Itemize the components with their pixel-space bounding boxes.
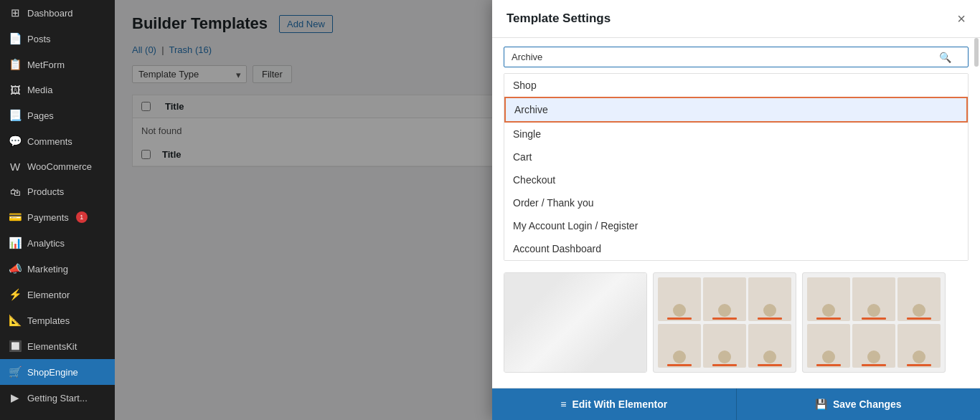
modal-body: 🔍 ShopArchiveSingleCartCheckoutOrder / T… <box>492 38 980 388</box>
modal-dialog: Template Settings × 🔍 ShopArchiveSingleC… <box>492 0 980 420</box>
thumb-placeholder-1 <box>504 273 646 372</box>
edit-label: Edit With Elementor <box>572 398 667 410</box>
save-changes-button[interactable]: 💾 Save Changes <box>736 388 981 420</box>
template-thumb-2[interactable] <box>653 272 796 373</box>
dropdown-item-shop[interactable]: Shop <box>504 74 968 97</box>
template-thumb-1[interactable] <box>504 272 647 373</box>
dropdown-item-checkout[interactable]: Checkout <box>504 168 968 191</box>
template-previews <box>492 261 980 384</box>
template-thumb-3[interactable] <box>802 272 946 373</box>
modal-title: Template Settings <box>507 11 611 26</box>
search-input-wrapper: 🔍 <box>504 47 969 67</box>
thumb-content-2 <box>654 273 796 372</box>
dropdown-search-area: 🔍 <box>492 38 980 67</box>
dropdown-item-cart[interactable]: Cart <box>504 145 968 168</box>
modal-header: Template Settings × <box>492 0 980 38</box>
modal-footer: ≡ Edit With Elementor 💾 Save Changes <box>492 388 980 420</box>
dropdown-item-archive[interactable]: Archive <box>504 97 968 123</box>
modal-close-button[interactable]: × <box>957 11 966 26</box>
dropdown-item-account-dashboard[interactable]: Account Dashboard <box>504 237 968 260</box>
template-settings-modal: Template Settings × 🔍 ShopArchiveSingleC… <box>0 0 980 420</box>
thumb-content-3 <box>803 273 945 372</box>
dropdown-item-single[interactable]: Single <box>504 123 968 145</box>
edit-with-elementor-button[interactable]: ≡ Edit With Elementor <box>492 388 736 420</box>
dropdown-item-my-account[interactable]: My Account Login / Register <box>504 214 968 237</box>
scroll-indicator <box>974 38 979 388</box>
template-search-input[interactable] <box>504 47 969 67</box>
template-type-dropdown-list: ShopArchiveSingleCartCheckoutOrder / Tha… <box>504 73 969 261</box>
save-icon: 💾 <box>815 398 827 410</box>
edit-icon: ≡ <box>560 398 566 410</box>
save-label: Save Changes <box>833 398 902 410</box>
scroll-thumb <box>974 38 979 67</box>
dropdown-item-order-thank-you[interactable]: Order / Thank you <box>504 191 968 214</box>
